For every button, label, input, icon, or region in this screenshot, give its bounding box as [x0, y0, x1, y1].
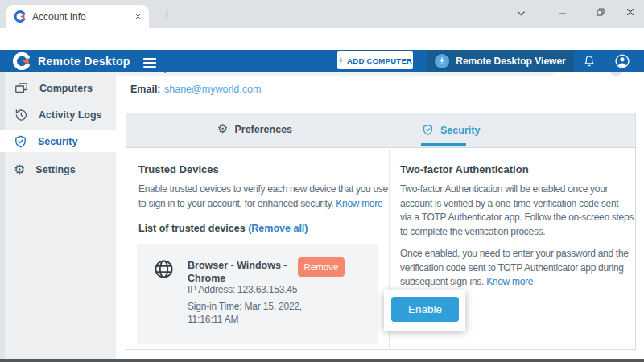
tab-preferences[interactable]: ⚙ Preferences: [217, 123, 292, 135]
settings-gear-icon: ⚙: [14, 163, 25, 176]
download-icon: [435, 54, 449, 68]
tab-security[interactable]: Security: [422, 123, 480, 137]
browser-tab-strip: Account Info: [0, 0, 644, 28]
know-more-link[interactable]: Know more: [336, 198, 382, 209]
add-computer-button[interactable]: + ADD COMPUTER: [337, 51, 413, 69]
tab-search-chevron-icon[interactable]: [516, 8, 526, 19]
browser-tab[interactable]: Account Info: [6, 5, 149, 28]
sidebar-item-computers[interactable]: Computers: [0, 77, 116, 99]
sidebar-item-label: Settings: [35, 164, 75, 175]
know-more-link[interactable]: Know more: [486, 276, 533, 287]
twofactor-paragraph-2: Once enabled, you need to enter your pas…: [400, 247, 629, 290]
window-restore-icon[interactable]: [596, 7, 605, 17]
twofactor-paragraph-1-text: Two-factor Authentication will be enable…: [400, 183, 634, 237]
viewer-label: Remote Desktop Viewer: [456, 56, 566, 67]
globe-icon: [153, 258, 175, 280]
tab-close-icon[interactable]: [134, 13, 142, 20]
device-name: Browser - Windows - Chrome: [188, 259, 296, 285]
device-signin-time: Sign-in Time: Mar 15, 2022, 11:16:11 AM: [188, 300, 326, 326]
tab-title: Account Info: [32, 11, 134, 23]
trusted-devices-heading: Trusted Devices: [138, 163, 219, 175]
twofactor-paragraph-1: Two-factor Authentication will be enable…: [400, 183, 634, 239]
app-brand-title: Remote Desktop: [38, 55, 130, 68]
tab-preferences-label: Preferences: [234, 124, 292, 135]
device-ip: IP Address: 123.63.153.45: [188, 283, 326, 296]
sidebar-item-label: Security: [38, 136, 77, 147]
browser-toolbar: app.remotedesktop.com/account-info/s ☆ ⋮: [0, 28, 644, 50]
email-value-link[interactable]: shane@myworld.com: [164, 84, 261, 95]
trusted-list-label-row: List of trusted devices (Remove all): [138, 223, 308, 234]
computers-icon: [14, 81, 29, 96]
user-profile-icon[interactable]: [614, 53, 630, 69]
app-logo-icon: [11, 52, 31, 70]
window-close-icon[interactable]: [625, 7, 635, 17]
shield-check-icon: [422, 123, 434, 137]
sidebar-item-security[interactable]: Security: [0, 130, 116, 152]
browser-window: Account Info: [0, 0, 644, 362]
window-minimize-icon[interactable]: [557, 8, 568, 19]
site-favicon-icon: [14, 10, 26, 23]
remote-desktop-viewer-button[interactable]: Remote Desktop Viewer: [427, 50, 574, 72]
twofactor-heading: Two-factor Authentication: [400, 163, 529, 175]
sidebar-item-activity-logs[interactable]: Activity Logs: [0, 104, 116, 125]
enable-button[interactable]: Enable: [391, 297, 459, 322]
new-tab-icon[interactable]: [162, 9, 172, 19]
remove-all-link[interactable]: (Remove all): [248, 223, 308, 234]
remove-button[interactable]: Remove: [298, 257, 345, 277]
sidebar-item-label: Activity Logs: [39, 109, 102, 121]
activity-logs-icon: [14, 108, 28, 122]
hamburger-menu-icon[interactable]: [143, 56, 156, 70]
trusted-devices-description: Enable trusted devices to verify each ne…: [138, 183, 388, 211]
sidebar-item-label: Computers: [39, 83, 93, 94]
tab-security-label: Security: [440, 125, 480, 136]
add-computer-label: ADD COMPUTER: [347, 56, 412, 65]
sidebar-item-settings[interactable]: ⚙ Settings: [0, 158, 116, 180]
notifications-bell-icon[interactable]: [583, 54, 596, 68]
trusted-list-label: List of trusted devices: [138, 223, 246, 234]
active-tab-underline: [421, 143, 466, 146]
email-label: Email:: [130, 84, 161, 95]
plus-icon: +: [338, 55, 344, 66]
gear-icon: ⚙: [217, 123, 228, 135]
enable-highlight-box: Enable: [384, 290, 465, 331]
window-bottom-edge: [0, 359, 644, 362]
security-shield-icon: [14, 134, 27, 149]
tab-bar: [126, 113, 636, 148]
